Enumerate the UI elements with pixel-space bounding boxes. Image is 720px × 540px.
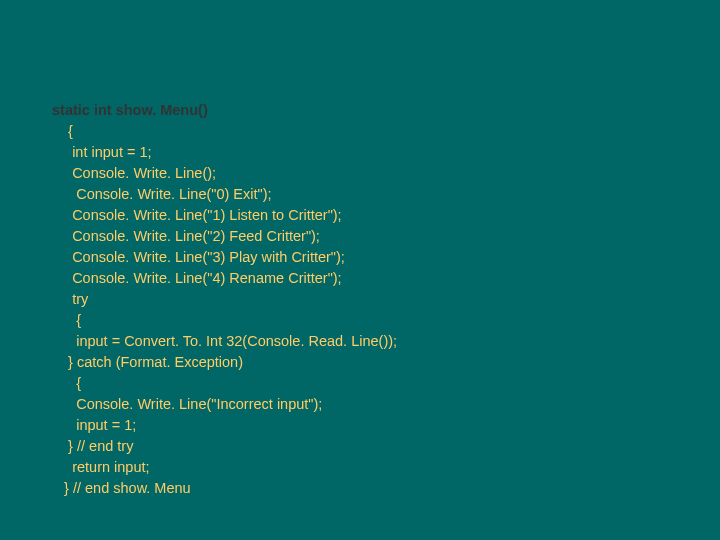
code-line: Console. Write. Line("0) Exit"); bbox=[52, 186, 272, 202]
code-block: static int show. Menu() { int input = 1;… bbox=[52, 100, 397, 499]
code-line: Console. Write. Line("Incorrect input"); bbox=[52, 396, 322, 412]
code-line: { bbox=[52, 123, 73, 139]
code-line: Console. Write. Line("4) Rename Critter"… bbox=[52, 270, 342, 286]
code-line: Console. Write. Line("2) Feed Critter"); bbox=[52, 228, 320, 244]
code-line: return input; bbox=[52, 459, 150, 475]
code-line: Console. Write. Line("1) Listen to Critt… bbox=[52, 207, 342, 223]
code-line: { bbox=[52, 312, 81, 328]
code-line: Console. Write. Line(); bbox=[52, 165, 216, 181]
code-line: } catch (Format. Exception) bbox=[52, 354, 243, 370]
code-line: Console. Write. Line("3) Play with Critt… bbox=[52, 249, 345, 265]
method-signature: static int show. Menu() bbox=[52, 102, 208, 118]
code-line: { bbox=[52, 375, 81, 391]
code-line: input = 1; bbox=[52, 417, 136, 433]
code-line: try bbox=[52, 291, 88, 307]
code-line: input = Convert. To. Int 32(Console. Rea… bbox=[52, 333, 397, 349]
code-line: } // end try bbox=[52, 438, 133, 454]
code-line: } // end show. Menu bbox=[52, 480, 191, 496]
code-line: int input = 1; bbox=[52, 144, 152, 160]
